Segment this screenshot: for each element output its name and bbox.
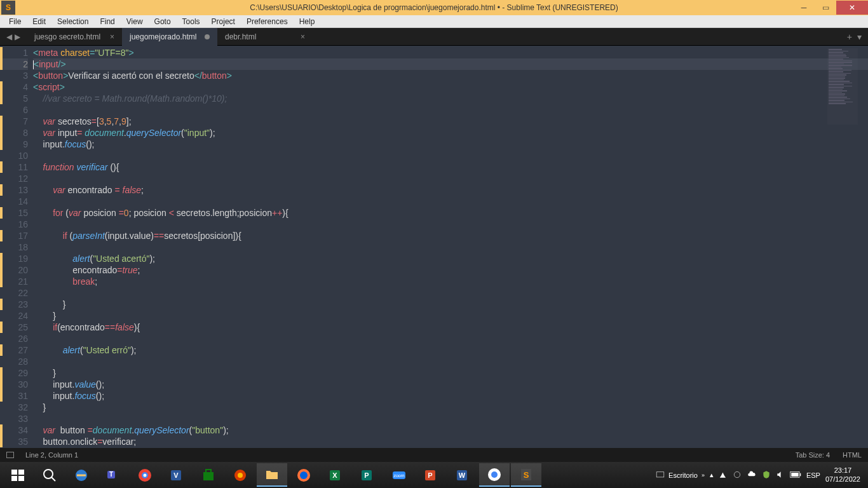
tray-clock[interactable]: 23:17 07/12/2022 — [825, 466, 860, 483]
window-title: C:\Users\USUARIO\Desktop\Logica de progr… — [250, 3, 618, 12]
code-line[interactable]: break; — [33, 276, 868, 287]
line-number: 18 — [0, 241, 28, 253]
code-line[interactable]: var button =document.querySelector("butt… — [33, 424, 868, 436]
taskbar-zoom[interactable]: zoom — [384, 463, 414, 487]
code-line[interactable]: alert("Usted acertó"); — [33, 253, 868, 264]
tab-juesgo-secreto-html[interactable]: juesgo secreto.html× — [27, 28, 122, 46]
code-line[interactable]: <script> — [33, 81, 868, 93]
code-line[interactable]: input.focus(); — [33, 139, 868, 150]
code-line[interactable] — [33, 333, 868, 344]
taskbar-powerpoint[interactable]: P — [416, 463, 446, 487]
code-line[interactable]: button.onclick=verificar; — [33, 436, 868, 447]
nav-back-icon[interactable]: ◀ — [6, 32, 12, 41]
editor[interactable]: 1234567891011121314151617181920212223242… — [0, 46, 868, 448]
tab-juegomejorado-html[interactable]: juegomejorado.html — [122, 28, 217, 46]
code-line[interactable]: if (parseInt(input.value)==secretos[posi… — [33, 230, 868, 241]
code-line[interactable] — [33, 413, 868, 424]
taskbar-visio[interactable]: V — [161, 463, 192, 487]
code-line[interactable]: var secretos=[3,5,7,9]; — [33, 116, 868, 127]
taskbar-excel[interactable]: X — [320, 463, 351, 487]
menu-tools[interactable]: Tools — [177, 16, 206, 27]
line-number: 35 — [0, 436, 28, 447]
menu-selection[interactable]: Selection — [51, 16, 94, 27]
line-number: 31 — [0, 390, 28, 402]
new-tab-button[interactable]: + — [847, 32, 852, 42]
menu-preferences[interactable]: Preferences — [241, 16, 294, 27]
taskbar-word[interactable]: W — [447, 463, 478, 487]
taskbar-search[interactable] — [34, 463, 65, 487]
code-line[interactable]: <input/> — [33, 58, 868, 70]
taskbar-ie[interactable] — [66, 463, 97, 487]
tab-close-icon[interactable]: × — [110, 32, 114, 41]
code-line[interactable] — [33, 104, 868, 116]
taskbar-firefox[interactable] — [288, 463, 319, 487]
code-line[interactable]: <meta charset="UTF=8"> — [33, 47, 868, 58]
code-line[interactable]: } — [33, 402, 868, 413]
code-line[interactable]: //var secreto = Math.round(Math.random()… — [33, 93, 868, 104]
code-line[interactable]: if(encontrado==false){ — [33, 322, 868, 333]
nav-forward-icon[interactable]: ▶ — [15, 32, 20, 41]
tray-toolbar-chevron-icon[interactable]: » — [702, 472, 705, 478]
code-line[interactable] — [33, 356, 868, 367]
line-number: 23 — [0, 299, 28, 310]
menu-project[interactable]: Project — [206, 16, 241, 27]
tray-antivirus-icon[interactable] — [762, 470, 771, 480]
menu-help[interactable]: Help — [294, 16, 321, 27]
svg-text:X: X — [332, 471, 337, 479]
tray-keyboard-icon[interactable]: ESP — [806, 471, 820, 479]
taskbar-sublime[interactable]: S — [511, 463, 541, 487]
code-line[interactable]: function verificar (){ — [33, 161, 868, 173]
syntax-indicator[interactable]: HTML — [843, 451, 862, 459]
code-line[interactable]: for (var posicion =0; posicion < secreto… — [33, 207, 868, 219]
code-line[interactable]: alert("Usted erró"); — [33, 344, 868, 356]
code-content[interactable]: <meta charset="UTF=8"><input/><button>Ve… — [33, 46, 868, 448]
code-line[interactable] — [33, 173, 868, 184]
code-line[interactable]: var encontrado = false; — [33, 184, 868, 196]
tray-volume-icon[interactable] — [776, 470, 785, 480]
minimap[interactable] — [827, 48, 858, 125]
tray-overflow-icon[interactable]: ▴ — [710, 471, 714, 479]
minimize-button[interactable]: ─ — [793, 1, 815, 15]
line-number: 2 — [0, 58, 28, 70]
line-number: 10 — [0, 150, 28, 161]
code-line[interactable]: } — [33, 367, 868, 379]
tray-app-icon[interactable] — [733, 470, 742, 480]
close-button[interactable]: ✕ — [836, 1, 868, 15]
tab-size-indicator[interactable]: Tab Size: 4 — [796, 451, 830, 459]
code-line[interactable]: } — [33, 310, 868, 322]
maximize-button[interactable]: ▭ — [815, 1, 836, 15]
line-number: 7 — [0, 116, 28, 127]
code-line[interactable] — [33, 196, 868, 207]
tray-network-icon[interactable] — [719, 470, 728, 480]
menu-goto[interactable]: Goto — [149, 16, 177, 27]
tab-menu-button[interactable]: ▾ — [857, 32, 862, 42]
taskbar-publisher[interactable]: P — [352, 463, 383, 487]
tray-battery-icon[interactable] — [790, 471, 801, 480]
code-line[interactable] — [33, 287, 868, 299]
code-line[interactable]: } — [33, 299, 868, 310]
taskbar-chrome[interactable] — [130, 463, 160, 487]
menu-file[interactable]: File — [3, 16, 27, 27]
tray-toolbar[interactable]: Escritorio » — [656, 471, 705, 480]
tab-close-icon[interactable]: × — [301, 32, 305, 41]
code-line[interactable] — [33, 219, 868, 230]
taskbar-store[interactable] — [193, 463, 224, 487]
code-line[interactable]: <button>Verificar si acertó con el secre… — [33, 70, 868, 81]
panel-switcher-icon[interactable] — [6, 452, 14, 458]
code-line[interactable]: input.focus(); — [33, 390, 868, 402]
menu-view[interactable]: View — [121, 16, 149, 27]
code-line[interactable] — [33, 150, 868, 161]
taskbar-chrome-2[interactable] — [479, 463, 510, 487]
menu-edit[interactable]: Edit — [27, 16, 51, 27]
code-line[interactable]: encontrado=true; — [33, 264, 868, 276]
code-line[interactable]: var input= document.querySelector("input… — [33, 127, 868, 139]
taskbar-photos[interactable] — [225, 463, 255, 487]
tab-debr-html[interactable]: debr.html× — [217, 28, 313, 46]
tray-onedrive-icon[interactable] — [747, 470, 757, 480]
code-line[interactable] — [33, 241, 868, 253]
taskbar-teams[interactable]: T — [98, 463, 128, 487]
code-line[interactable]: input.value(); — [33, 379, 868, 390]
menu-find[interactable]: Find — [94, 16, 120, 27]
start-button[interactable] — [3, 463, 33, 487]
taskbar-explorer[interactable] — [257, 463, 287, 487]
